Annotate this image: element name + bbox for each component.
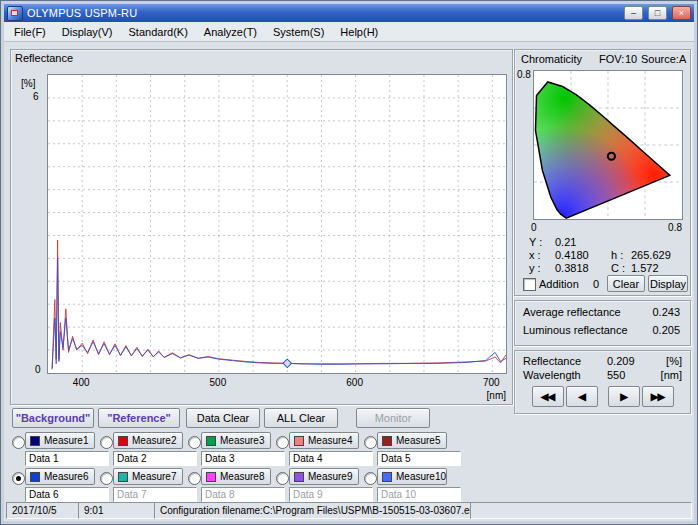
close-button[interactable]: × [672, 6, 691, 20]
menu-help[interactable]: Help(H) [332, 24, 386, 40]
menu-display[interactable]: Display(V) [54, 24, 121, 40]
x-tick-label: 700 [483, 377, 500, 388]
chroma-display-button[interactable]: Display [648, 275, 688, 292]
window-title: OLYMPUS USPM-RU [27, 7, 619, 19]
Y-value: 0.21 [555, 236, 576, 248]
spectrum-plot-svg [48, 75, 506, 373]
reflectance-readout-value: 0.209 [607, 355, 635, 367]
reflectance-readout-label: Reflectance [523, 355, 581, 367]
measure-button-7[interactable]: Measure7 [113, 468, 183, 485]
measure-cell-8: Measure8Data 8 [188, 468, 282, 502]
wavelength-readout-unit: [nm] [661, 369, 682, 381]
chromaticity-group: Chromaticity FOV: 10 Source: A 0.8 [514, 49, 691, 296]
y-value: 0.3818 [555, 262, 589, 274]
measure-radio-6[interactable] [12, 472, 25, 485]
menu-standard[interactable]: Standard(K) [121, 24, 196, 40]
measure-cell-9: Measure9Data 9 [276, 468, 370, 502]
addition-checkbox[interactable] [523, 278, 536, 291]
measure-button-label: Measure6 [44, 471, 88, 482]
measure-data-field-8[interactable]: Data 8 [201, 487, 285, 502]
step-fast-back-icon[interactable]: ◀◀ [532, 386, 564, 407]
measure-button-label: Measure8 [220, 471, 264, 482]
measure-color-swatch [382, 436, 392, 446]
measure-button-3[interactable]: Measure3 [201, 432, 271, 449]
measure-button-5[interactable]: Measure5 [377, 432, 447, 449]
maximize-button[interactable]: □ [648, 6, 667, 20]
measure-radio-7[interactable] [100, 472, 113, 485]
measure-color-swatch [30, 472, 40, 482]
fov-value: 10 [625, 53, 637, 65]
source-value: A [679, 53, 686, 65]
measure-radio-8[interactable] [188, 472, 201, 485]
title-bar[interactable]: OLYMPUS USPM-RU – □ × [4, 4, 694, 22]
measure-button-2[interactable]: Measure2 [113, 432, 183, 449]
measure-radio-5[interactable] [364, 436, 377, 449]
wavelength-readout-label: Wavelength [523, 369, 581, 381]
status-config-filename: Configuration filename:C:\Program Files\… [154, 502, 478, 519]
readout-group: Reflectance 0.209 [%] Wavelength 550 [nm… [514, 350, 691, 414]
average-reflectance-label: Average reflectance [523, 306, 621, 318]
menu-bar: File(F) Display(V) Standard(K) Analyze(T… [4, 22, 694, 42]
measure-color-swatch [30, 436, 40, 446]
step-forward-icon[interactable]: ▶ [608, 386, 640, 407]
chroma-axis-top: 0.8 [517, 69, 531, 80]
measure-color-swatch [294, 436, 304, 446]
addition-label: Addition [539, 278, 579, 290]
app-window: OLYMPUS USPM-RU – □ × File(F) Display(V)… [0, 0, 698, 525]
measure-radio-4[interactable] [276, 436, 289, 449]
measure-data-field-9[interactable]: Data 9 [289, 487, 373, 502]
measure-cell-6: Measure6Data 6 [12, 468, 106, 502]
h-label: h : [611, 249, 623, 261]
measure-button-label: Measure10 [396, 471, 446, 482]
background-button[interactable]: "Background" [12, 408, 94, 428]
measure-radio-9[interactable] [276, 472, 289, 485]
menu-analyze[interactable]: Analyze(T) [196, 24, 265, 40]
measure-button-label: Measure1 [44, 435, 88, 446]
reflectance-chart-panel: Reflectance [%] 6 0 400500600700 [nm] [10, 49, 513, 405]
spectrum-plot [47, 74, 507, 374]
minimize-button[interactable]: – [624, 6, 643, 20]
addition-count: 0 [593, 278, 599, 290]
measure-data-field-6[interactable]: Data 6 [25, 487, 109, 502]
measure-radio-3[interactable] [188, 436, 201, 449]
measure-radio-1[interactable] [12, 436, 25, 449]
reference-button[interactable]: "Reference" [98, 408, 180, 428]
y-axis-min: 0 [35, 364, 41, 375]
client-area: Reflectance [%] 6 0 400500600700 [nm] Ch… [4, 42, 694, 519]
measure-cell-1: Measure1Data 1 [12, 432, 106, 466]
measure-radio-2[interactable] [100, 436, 113, 449]
measure-color-swatch [206, 436, 216, 446]
measure-radio-10[interactable] [364, 472, 377, 485]
measure-data-field-3[interactable]: Data 3 [201, 451, 285, 466]
measure-color-swatch [118, 436, 128, 446]
measure-data-field-5[interactable]: Data 5 [377, 451, 461, 466]
measure-data-field-1[interactable]: Data 1 [25, 451, 109, 466]
measure-button-6[interactable]: Measure6 [25, 468, 95, 485]
step-fast-forward-icon[interactable]: ▶▶ [642, 386, 674, 407]
data-clear-button[interactable]: Data Clear [186, 408, 260, 428]
menu-system[interactable]: System(S) [265, 24, 332, 40]
measure-button-label: Measure5 [396, 435, 440, 446]
wavelength-nav: ◀◀ ◀ ▶ ▶▶ [515, 386, 690, 407]
measure-cell-7: Measure7Data 7 [100, 468, 194, 502]
menu-file[interactable]: File(F) [6, 24, 54, 40]
measure-button-1[interactable]: Measure1 [25, 432, 95, 449]
all-clear-button[interactable]: ALL Clear [264, 408, 338, 428]
measure-data-field-2[interactable]: Data 2 [113, 451, 197, 466]
measure-color-swatch [294, 472, 304, 482]
measure-data-field-4[interactable]: Data 4 [289, 451, 373, 466]
measure-data-field-7[interactable]: Data 7 [113, 487, 197, 502]
measure-button-8[interactable]: Measure8 [201, 468, 271, 485]
chroma-clear-button[interactable]: Clear [607, 275, 645, 292]
measure-data-field-10[interactable]: Data 10 [377, 487, 461, 502]
monitor-button[interactable]: Monitor [356, 408, 430, 428]
y-axis-max: 6 [33, 91, 39, 102]
Y-label: Y : [529, 236, 542, 248]
measure-button-9[interactable]: Measure9 [289, 468, 359, 485]
x-value: 0.4180 [555, 249, 589, 261]
step-back-icon[interactable]: ◀ [566, 386, 598, 407]
x-tick-label: 600 [346, 377, 363, 388]
measure-button-4[interactable]: Measure4 [289, 432, 359, 449]
source-label: Source: [641, 53, 679, 65]
measure-button-10[interactable]: Measure10 [377, 468, 447, 485]
